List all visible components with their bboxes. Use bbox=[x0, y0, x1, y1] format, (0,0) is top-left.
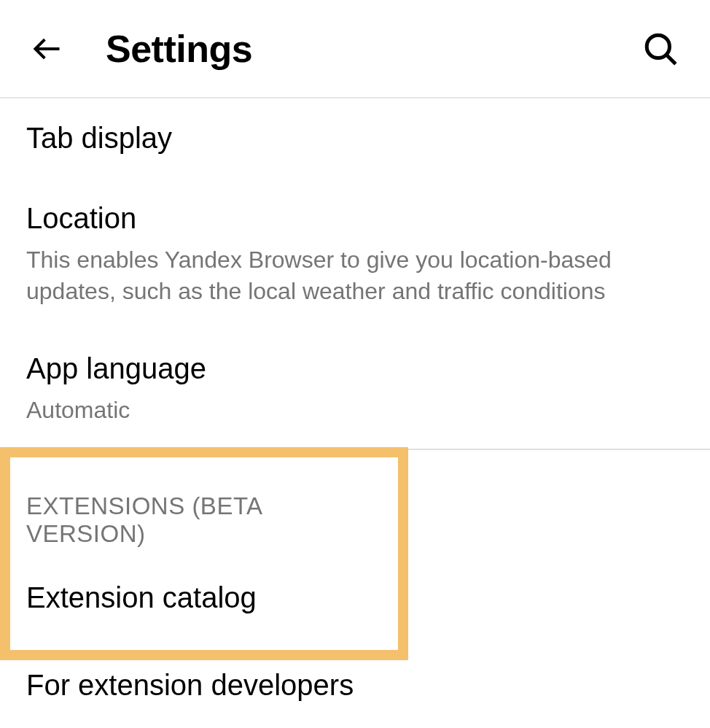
setting-title: Extension catalog bbox=[26, 578, 382, 616]
setting-title: Tab display bbox=[26, 119, 684, 157]
svg-point-1 bbox=[647, 35, 669, 58]
setting-for-developers[interactable]: For extension developers bbox=[0, 663, 710, 724]
arrow-left-icon bbox=[31, 33, 63, 65]
setting-tab-display[interactable]: Tab display bbox=[0, 98, 710, 179]
svg-line-2 bbox=[666, 55, 676, 64]
setting-extension-catalog[interactable]: Extension catalog bbox=[10, 564, 398, 650]
setting-app-language[interactable]: App language Automatic bbox=[0, 329, 710, 448]
section-header-extensions: EXTENSIONS (BETA VERSION) bbox=[10, 457, 398, 564]
setting-title: App language bbox=[26, 349, 684, 387]
settings-content: Tab display Location This enables Yandex… bbox=[0, 98, 710, 724]
setting-description: This enables Yandex Browser to give you … bbox=[26, 244, 684, 307]
back-button[interactable] bbox=[29, 31, 66, 67]
setting-title: Location bbox=[26, 199, 684, 237]
divider: EXTENSIONS (BETA VERSION) Extension cata… bbox=[0, 449, 710, 663]
setting-title: For extension developers bbox=[26, 666, 684, 704]
highlight-annotation: EXTENSIONS (BETA VERSION) Extension cata… bbox=[0, 447, 408, 660]
setting-value: Automatic bbox=[26, 395, 684, 426]
search-button[interactable] bbox=[640, 28, 681, 69]
header-bar: Settings bbox=[0, 0, 710, 98]
search-icon bbox=[642, 31, 679, 67]
setting-location[interactable]: Location This enables Yandex Browser to … bbox=[0, 179, 710, 329]
page-title: Settings bbox=[106, 27, 252, 71]
